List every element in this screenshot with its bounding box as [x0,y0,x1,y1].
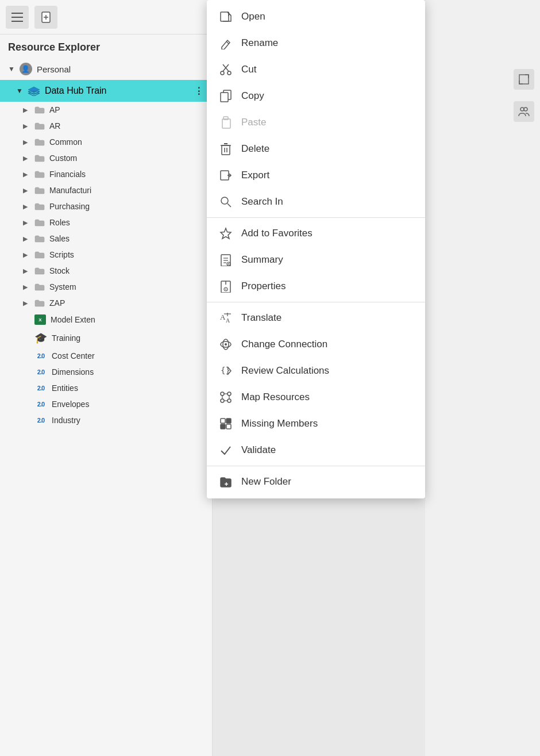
item-label: Cost Center [52,351,95,360]
open-icon [218,9,233,24]
svg-rect-21 [222,145,230,155]
item-label: Training [52,333,80,343]
svg-rect-26 [221,171,229,180]
item-chevron: ▶ [23,235,30,243]
tree-item[interactable]: 2.0 Cost Center [0,348,212,364]
tree-item[interactable]: ▶ AR [0,118,212,134]
svg-point-7 [520,108,524,111]
menu-export-label: Export [241,170,269,181]
svg-rect-19 [222,119,230,128]
datahub-row[interactable]: ▼ Data Hub Train ⋮ [0,80,212,102]
svg-line-11 [227,12,231,16]
tree-item[interactable]: ▶ Financials [0,166,212,182]
menu-item-favorites[interactable]: Add to Favorites [207,220,425,247]
validate-icon [218,443,233,458]
menu-item-missing-members[interactable]: Missing Members [207,410,425,437]
paste-icon [218,115,233,130]
menu-item-open[interactable]: Open [207,3,425,30]
menu-item-properties[interactable]: Properties [207,273,425,300]
divider-3 [207,466,425,466]
tree-item[interactable]: ▶ Roles [0,214,212,231]
item-chevron: ▶ [23,106,30,114]
tree-item[interactable]: 2.0 Industry [0,412,212,428]
menu-item-paste[interactable]: Paste [207,109,425,136]
personal-row[interactable]: ▼ 👤 Personal [0,58,212,80]
tree-item[interactable]: ▶ Custom [0,150,212,166]
tree-item[interactable]: X Model Exten [0,311,212,328]
menu-map-resources-label: Map Resources [241,392,310,403]
tree-item[interactable]: ▶ ZAP [0,295,212,311]
tree-item[interactable]: ▶ Purchasing [0,198,212,214]
menu-translate-label: Translate [241,312,281,324]
menu-item-review-calculations[interactable]: {} Review Calculations [207,358,425,384]
menu-item-map-resources[interactable]: Map Resources [207,384,425,410]
menu-item-cut[interactable]: Cut [207,56,425,83]
tree-item[interactable]: ▶ Manufacturi [0,182,212,198]
menu-delete-label: Delete [241,143,269,155]
item-chevron: ▶ [23,171,30,178]
menu-item-change-connection[interactable]: Change Connection [207,331,425,358]
menu-validate-label: Validate [241,444,276,456]
tree-item[interactable]: ▶ Scripts [0,247,212,263]
menu-summary-label: Summary [241,254,283,266]
menu-item-rename[interactable]: Rename [207,30,425,56]
context-menu: Open Rename Cut [207,0,425,498]
menu-item-summary[interactable]: Summary [207,247,425,273]
resource-explorer-title: Resource Explorer [0,34,212,58]
divider-1 [207,217,425,218]
menu-item-copy[interactable]: Copy [207,83,425,109]
users-icon[interactable] [514,101,534,122]
tree-item[interactable]: 2.0 Envelopes [0,396,212,412]
svg-rect-57 [221,419,225,423]
item-label: Common [49,137,82,147]
svg-point-16 [227,71,231,75]
tree-item[interactable]: 2.0 Dimensions [0,364,212,380]
svg-rect-58 [226,419,231,423]
folder-icon [34,299,45,307]
tree-item[interactable]: ▶ System [0,279,212,295]
folder-icon [34,251,45,259]
context-menu-dots[interactable]: ⋮ [194,86,204,97]
rename-icon [218,36,233,51]
menu-item-new-folder[interactable]: New Folder [207,469,425,495]
folder-icon [34,186,45,194]
menu-item-search[interactable]: Search In [207,189,425,215]
new-document-button[interactable] [34,6,57,29]
item-chevron: ▶ [23,187,30,194]
personal-chevron: ▼ [8,65,15,73]
menu-item-validate[interactable]: Validate [207,437,425,463]
menu-item-export[interactable]: Export [207,162,425,189]
item-label: Model Exten [51,315,95,324]
menu-item-delete[interactable]: Delete [207,136,425,162]
tree-item[interactable]: ▶ Stock [0,263,212,279]
item-label: Industry [52,416,80,425]
right-panel [425,0,540,756]
item-chevron: ▶ [23,219,30,227]
new-folder-icon [218,474,233,489]
svg-rect-9 [221,12,229,21]
tree-item[interactable]: 🎓 Training [0,328,212,348]
tree-item[interactable]: 2.0 Entities [0,380,212,396]
folder-icon [34,170,45,178]
tree-item[interactable]: ▶ Sales [0,231,212,247]
tree-item[interactable]: ▶ Common [0,134,212,150]
expand-icon[interactable] [514,69,534,90]
item-chevron: ▶ [23,155,30,162]
svg-rect-18 [221,93,228,102]
properties-icon [218,279,233,294]
summary-icon [218,252,233,267]
connection-icon [218,337,233,352]
cut-icon [218,62,233,77]
hamburger-button[interactable] [6,6,29,29]
svg-point-27 [221,197,228,204]
menu-item-translate[interactable]: A A Translate [207,305,425,331]
item-label: Purchasing [49,202,90,211]
search-icon [218,194,233,209]
item-chevron: ▶ [23,267,30,275]
tree-item[interactable]: ▶ AP [0,102,212,118]
sidebar-header [0,0,212,34]
folder-icon [34,202,45,210]
divider-2 [207,302,425,302]
folder-icon [34,283,45,291]
svg-point-51 [221,399,224,402]
